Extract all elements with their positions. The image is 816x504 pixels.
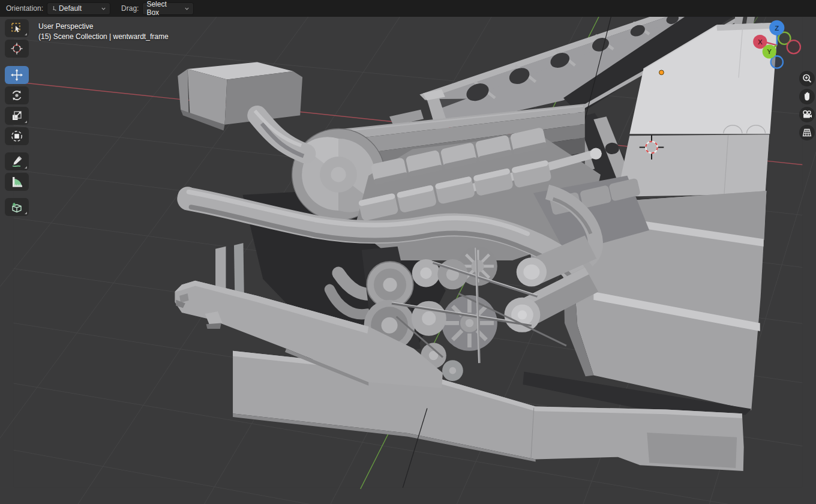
scale-tool-button[interactable] [5, 107, 29, 125]
svg-text:X: X [758, 38, 763, 46]
camera-view-icon [802, 109, 812, 120]
select-box-icon [10, 22, 23, 35]
rotate-tool-button[interactable] [5, 86, 29, 104]
measure-icon [10, 175, 23, 188]
gizmo-neg-z-ball[interactable] [771, 56, 783, 68]
drag-label: Drag: [121, 4, 139, 13]
gizmo-z-ball[interactable]: Z [769, 20, 784, 35]
orientation-dropdown[interactable]: Default [47, 2, 110, 15]
3d-viewport-canvas[interactable]: Z X Y User Perspective (15) Scene Collec… [0, 17, 816, 504]
svg-text:Y: Y [767, 47, 772, 55]
chevron-down-icon [101, 6, 106, 11]
orientation-label: Orientation: [6, 4, 43, 13]
rotate-icon [10, 89, 23, 102]
gizmo-y-ball[interactable]: Y [763, 44, 776, 58]
annotate-pencil-icon [10, 155, 23, 168]
move-tool-button[interactable] [5, 66, 29, 84]
scale-icon [10, 109, 23, 122]
scene-render: Z X Y [0, 17, 816, 504]
zoom-button[interactable] [799, 71, 815, 86]
transform-orientation-icon [51, 6, 56, 11]
object-origin-dot[interactable] [659, 70, 664, 75]
orthographic-grid-icon [802, 127, 812, 138]
measure-tool-button[interactable] [5, 173, 29, 191]
cursor-tool-button[interactable] [5, 40, 29, 58]
viewport-header-bar: Orientation: Default Drag: Select Box [0, 0, 816, 17]
orientation-value: Default [59, 4, 82, 13]
svg-text:Z: Z [775, 24, 779, 32]
drag-mode-dropdown[interactable]: Select Box [142, 2, 194, 15]
3d-cursor-icon [10, 42, 23, 55]
gizmo-neg-x-ball[interactable] [787, 40, 800, 53]
camera-view-button[interactable] [799, 107, 815, 122]
add-cube-icon [10, 200, 23, 214]
select-box-tool-button[interactable] [5, 19, 29, 37]
zoom-icon [802, 73, 812, 84]
transform-tool-button[interactable] [5, 127, 29, 145]
drag-mode-value: Select Box [146, 0, 181, 17]
pan-hand-icon [802, 91, 812, 102]
add-cube-tool-button[interactable] [5, 198, 29, 216]
transform-icon [10, 130, 23, 143]
annotate-tool-button[interactable] [5, 152, 29, 170]
move-icon [10, 68, 23, 82]
orthographic-toggle-button[interactable] [799, 125, 815, 140]
chevron-down-icon [184, 6, 190, 11]
pan-button[interactable] [799, 89, 815, 104]
